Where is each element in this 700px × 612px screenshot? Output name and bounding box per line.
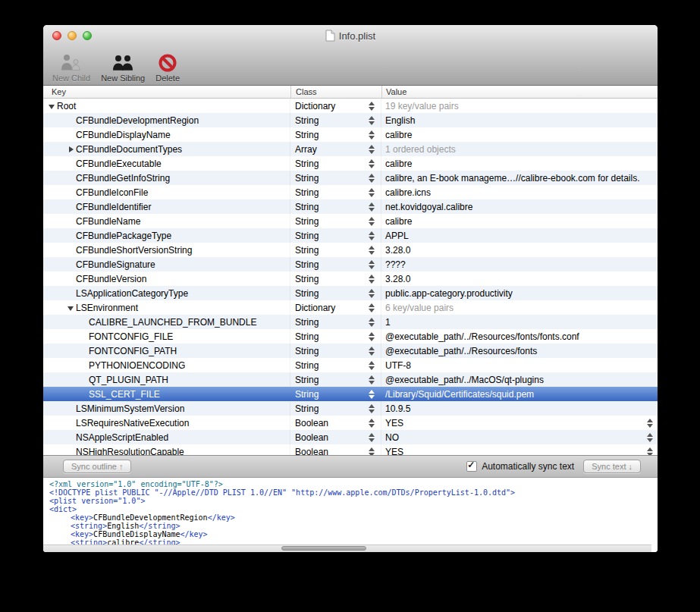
row-key: FONTCONFIG_FILE — [89, 331, 173, 342]
class-stepper[interactable] — [369, 145, 375, 154]
table-row[interactable]: CFBundleName String calibre — [43, 214, 658, 228]
disclosure-spacer — [80, 390, 89, 399]
class-stepper[interactable] — [369, 433, 375, 442]
table-row[interactable]: QT_PLUGIN_PATH String @executable_path/.… — [43, 372, 658, 387]
table-row[interactable]: CFBundleDisplayName String calibre — [43, 127, 658, 142]
class-stepper[interactable] — [369, 202, 375, 212]
class-stepper[interactable] — [369, 275, 375, 284]
table-row[interactable]: Root Dictionary 19 key/value pairs — [43, 99, 658, 113]
delete-prohibition-icon — [158, 53, 177, 73]
class-stepper[interactable] — [369, 303, 375, 312]
class-stepper[interactable] — [369, 361, 375, 370]
class-stepper[interactable] — [369, 217, 375, 226]
titlebar[interactable]: Info.plist — [43, 25, 658, 46]
row-value: 3.28.0 — [385, 245, 410, 256]
table-row[interactable]: NSAppleScriptEnabled Boolean NO — [43, 430, 658, 444]
boolean-value-stepper[interactable] — [647, 447, 653, 456]
row-key: CFBundleIdentifier — [76, 202, 151, 212]
table-row[interactable]: CFBundleDevelopmentRegion String English — [43, 113, 658, 127]
row-key: NSHighResolutionCapable — [76, 447, 184, 456]
table-row[interactable]: LSRequiresNativeExecution Boolean YES — [43, 416, 658, 430]
auto-sync-checkbox-group: Automatically sync text — [466, 461, 574, 472]
class-stepper[interactable] — [369, 102, 375, 111]
scrollbar-thumb[interactable] — [281, 546, 366, 551]
row-value: @executable_path/../Resources/fonts — [385, 346, 537, 356]
class-stepper[interactable] — [369, 375, 375, 384]
table-row[interactable]: LSMinimumSystemVersion String 10.9.5 — [43, 401, 658, 416]
class-stepper[interactable] — [369, 231, 375, 240]
zoom-button[interactable] — [83, 31, 92, 40]
class-stepper[interactable] — [369, 318, 375, 327]
table-row[interactable]: CFBundleVersion String 3.28.0 — [43, 271, 658, 286]
table-row[interactable]: PYTHONIOENCODING String UTF-8 — [43, 358, 658, 372]
delete-button[interactable]: Delete — [155, 53, 180, 83]
class-stepper[interactable] — [369, 116, 375, 125]
table-row[interactable]: CFBundleGetInfoString String calibre, an… — [43, 171, 658, 185]
xml-text: CFBundleDevelopmentRegion — [93, 513, 208, 522]
table-row[interactable]: CFBundleDocumentTypes Array 1 ordered ob… — [43, 142, 658, 156]
row-class: String — [295, 274, 319, 284]
row-class: String — [295, 130, 319, 140]
xml-line: <plist version="1.0"> — [49, 497, 658, 505]
auto-sync-checkbox[interactable] — [466, 461, 477, 472]
column-header-key[interactable]: Key — [43, 86, 290, 98]
disclosure-triangle-icon[interactable] — [67, 145, 76, 154]
row-value: calibre, an E-book manageme…//calibre-eb… — [385, 173, 640, 184]
table-row[interactable]: CALIBRE_LAUNCHED_FROM_BUNDLE String 1 — [43, 315, 658, 329]
class-stepper[interactable] — [369, 174, 375, 183]
close-button[interactable] — [52, 31, 61, 40]
class-stepper[interactable] — [369, 130, 375, 140]
boolean-value-stepper[interactable] — [647, 419, 653, 428]
minimize-button[interactable] — [67, 31, 77, 40]
table-row[interactable]: CFBundleIdentifier String net.kovidgoyal… — [43, 199, 658, 214]
table-row[interactable]: FONTCONFIG_PATH String @executable_path/… — [43, 344, 658, 358]
row-value: 6 key/value pairs — [385, 303, 454, 313]
row-key: CFBundleName — [76, 216, 140, 227]
table-row[interactable]: LSApplicationCategoryType String public.… — [43, 286, 658, 300]
row-class: String — [295, 245, 319, 256]
class-stepper[interactable] — [369, 246, 375, 255]
table-row[interactable]: CFBundleIconFile String calibre.icns — [43, 185, 658, 199]
class-stepper[interactable] — [369, 159, 375, 168]
class-stepper[interactable] — [369, 419, 375, 428]
boolean-value-stepper[interactable] — [647, 433, 653, 442]
disclosure-triangle-icon[interactable] — [48, 102, 57, 111]
xml-source-editor[interactable]: <?xml version="1.0" encoding="UTF-8"?> <… — [43, 478, 658, 552]
horizontal-scrollbar[interactable] — [43, 545, 651, 552]
stepper-up-icon — [369, 231, 375, 235]
table-row[interactable]: FONTCONFIG_FILE String @executable_path/… — [43, 329, 658, 344]
stepper-up-icon — [369, 318, 375, 322]
table-row-selected[interactable]: SSL_CERT_FILE String /Library/Squid/Cert… — [43, 387, 658, 401]
class-stepper[interactable] — [369, 260, 375, 269]
table-row[interactable]: CFBundleShortVersionString String 3.28.0 — [43, 243, 658, 257]
new-child-button[interactable]: New Child — [52, 54, 90, 83]
row-class: String — [295, 216, 319, 227]
class-stepper[interactable] — [369, 390, 375, 399]
table-row[interactable]: CFBundlePackageType String APPL — [43, 228, 658, 243]
disclosure-triangle-icon[interactable] — [67, 303, 76, 312]
stepper-down-icon — [369, 366, 375, 370]
class-stepper[interactable] — [369, 404, 375, 413]
class-stepper[interactable] — [369, 188, 375, 197]
table-row[interactable]: CFBundleExecutable String calibre — [43, 156, 658, 171]
class-stepper[interactable] — [369, 447, 375, 456]
sync-outline-button[interactable]: Sync outline ↑ — [63, 460, 131, 473]
stepper-up-icon — [369, 404, 375, 408]
column-header-value[interactable]: Value — [381, 86, 658, 98]
table-row[interactable]: CFBundleSignature String ???? — [43, 257, 658, 271]
row-key: CFBundleShortVersionString — [76, 245, 192, 256]
table-row[interactable]: NSHighResolutionCapable Boolean YES — [43, 444, 658, 455]
class-stepper[interactable] — [369, 289, 375, 298]
stepper-up-icon — [369, 246, 375, 250]
stepper-down-icon — [369, 410, 375, 413]
sync-text-button[interactable]: Sync text ↓ — [583, 460, 641, 473]
class-stepper[interactable] — [369, 332, 375, 341]
new-sibling-button[interactable]: New Sibling — [101, 54, 145, 83]
column-header-class[interactable]: Class — [290, 86, 381, 98]
xml-tag: </string> — [139, 522, 180, 530]
stepper-up-icon — [369, 174, 375, 177]
row-value: 1 — [385, 317, 391, 328]
table-header: Key Class Value — [43, 86, 658, 99]
table-row[interactable]: LSEnvironment Dictionary 6 key/value pai… — [43, 300, 658, 315]
class-stepper[interactable] — [369, 347, 375, 356]
